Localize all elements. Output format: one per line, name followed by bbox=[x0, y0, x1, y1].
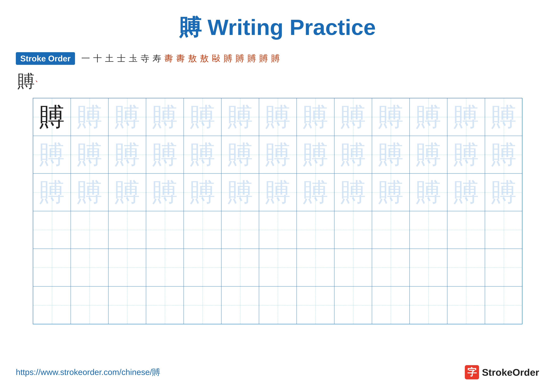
stroke-9: 夀 bbox=[176, 53, 185, 64]
cell-r4-c11[interactable] bbox=[410, 211, 447, 249]
cell-r5-c3[interactable] bbox=[108, 249, 146, 286]
cell-r2-c5[interactable]: 賻 bbox=[184, 136, 221, 173]
cell-r5-c13[interactable] bbox=[485, 249, 523, 286]
cell-r1-c2[interactable]: 賻 bbox=[71, 98, 108, 136]
cell-r2-c7[interactable]: 賻 bbox=[259, 136, 297, 173]
cell-r4-c3[interactable] bbox=[108, 211, 146, 249]
cell-r1-c5[interactable]: 賻 bbox=[184, 98, 221, 136]
cell-r1-c12[interactable]: 賻 bbox=[447, 98, 485, 136]
cell-r3-c3[interactable]: 賻 bbox=[108, 173, 146, 211]
cell-r5-c8[interactable] bbox=[297, 249, 334, 286]
final-char-display: 賻、 bbox=[17, 70, 539, 93]
cell-r6-c13[interactable] bbox=[485, 286, 523, 324]
char-reference: 賻 bbox=[39, 104, 65, 130]
cell-r1-c8[interactable]: 賻 bbox=[297, 98, 334, 136]
cell-r6-c1[interactable] bbox=[33, 286, 71, 324]
footer-logo: 字 StrokeOrder bbox=[465, 365, 539, 379]
cell-r4-c6[interactable] bbox=[221, 211, 259, 249]
cell-r4-c12[interactable] bbox=[447, 211, 485, 249]
cell-r2-c3[interactable]: 賻 bbox=[108, 136, 146, 173]
cell-r1-c6[interactable]: 賻 bbox=[221, 98, 259, 136]
cell-r6-c2[interactable] bbox=[71, 286, 108, 324]
footer: https://www.strokeorder.com/chinese/賻 字 … bbox=[16, 362, 539, 379]
cell-r1-c9[interactable]: 賻 bbox=[334, 98, 372, 136]
cell-r2-c9[interactable]: 賻 bbox=[334, 136, 372, 173]
cell-r6-c3[interactable] bbox=[108, 286, 146, 324]
cell-r6-c10[interactable] bbox=[372, 286, 410, 324]
cell-r1-c10[interactable]: 賻 bbox=[372, 98, 410, 136]
stroke-8: 夀 bbox=[164, 53, 173, 64]
cell-r1-c11[interactable]: 賻 bbox=[410, 98, 447, 136]
cell-r6-c6[interactable] bbox=[221, 286, 259, 324]
cell-r3-c12[interactable]: 賻 bbox=[447, 173, 485, 211]
cell-r3-c4[interactable]: 賻 bbox=[146, 173, 184, 211]
stroke-12: 敺 bbox=[212, 53, 220, 64]
cell-r4-c2[interactable] bbox=[71, 211, 108, 249]
stroke-3: 土 bbox=[105, 53, 114, 64]
stroke-6: 寺 bbox=[141, 53, 149, 64]
practice-grid[interactable]: 賻 賻 賻 賻 賻 賻 賻 賻 賻 賻 賻 賻 賻 賻 賻 賻 賻 賻 賻 賻 … bbox=[33, 98, 522, 324]
cell-r3-c2[interactable]: 賻 bbox=[71, 173, 108, 211]
cell-r3-c6[interactable]: 賻 bbox=[221, 173, 259, 211]
cell-r6-c5[interactable] bbox=[184, 286, 221, 324]
cell-r3-c1[interactable]: 賻 bbox=[33, 173, 71, 211]
stroke-10: 敖 bbox=[188, 53, 197, 64]
cell-r6-c4[interactable] bbox=[146, 286, 184, 324]
cell-r5-c5[interactable] bbox=[184, 249, 221, 286]
cell-r4-c10[interactable] bbox=[372, 211, 410, 249]
cell-r3-c10[interactable]: 賻 bbox=[372, 173, 410, 211]
cell-r5-c11[interactable] bbox=[410, 249, 447, 286]
cell-r5-c9[interactable] bbox=[334, 249, 372, 286]
cell-r5-c10[interactable] bbox=[372, 249, 410, 286]
cell-r5-c4[interactable] bbox=[146, 249, 184, 286]
cell-r5-c7[interactable] bbox=[259, 249, 297, 286]
cell-r1-c7[interactable]: 賻 bbox=[259, 98, 297, 136]
cell-r1-c4[interactable]: 賻 bbox=[146, 98, 184, 136]
stroke-16: 賻 bbox=[259, 53, 268, 64]
cell-r1-c13[interactable]: 賻 bbox=[485, 98, 523, 136]
cell-r4-c8[interactable] bbox=[297, 211, 334, 249]
cell-r3-c5[interactable]: 賻 bbox=[184, 173, 221, 211]
stroke-sequence: 一 十 土 士 圡 寺 寿 夀 夀 敖 敖 敺 賻 賻 賻 賻 賻 bbox=[81, 53, 280, 64]
cell-r2-c11[interactable]: 賻 bbox=[410, 136, 447, 173]
cell-r2-c2[interactable]: 賻 bbox=[71, 136, 108, 173]
cell-r6-c8[interactable] bbox=[297, 286, 334, 324]
cell-r4-c7[interactable] bbox=[259, 211, 297, 249]
footer-url[interactable]: https://www.strokeorder.com/chinese/賻 bbox=[16, 367, 160, 378]
stroke-13: 賻 bbox=[224, 53, 232, 64]
cell-r4-c1[interactable] bbox=[33, 211, 71, 249]
cell-r5-c2[interactable] bbox=[71, 249, 108, 286]
stroke-11: 敖 bbox=[200, 53, 209, 64]
cell-r6-c7[interactable] bbox=[259, 286, 297, 324]
cell-r4-c9[interactable] bbox=[334, 211, 372, 249]
cell-r3-c9[interactable]: 賻 bbox=[334, 173, 372, 211]
cell-r3-c7[interactable]: 賻 bbox=[259, 173, 297, 211]
cell-r6-c11[interactable] bbox=[410, 286, 447, 324]
cell-r6-c12[interactable] bbox=[447, 286, 485, 324]
cell-r2-c10[interactable]: 賻 bbox=[372, 136, 410, 173]
cell-r4-c13[interactable] bbox=[485, 211, 523, 249]
cell-r5-c1[interactable] bbox=[33, 249, 71, 286]
stroke-1: 一 bbox=[81, 53, 90, 64]
cell-r2-c6[interactable]: 賻 bbox=[221, 136, 259, 173]
cell-r6-c9[interactable] bbox=[334, 286, 372, 324]
cell-r4-c4[interactable] bbox=[146, 211, 184, 249]
cell-r3-c11[interactable]: 賻 bbox=[410, 173, 447, 211]
cell-r5-c6[interactable] bbox=[221, 249, 259, 286]
cell-r2-c8[interactable]: 賻 bbox=[297, 136, 334, 173]
cell-r3-c8[interactable]: 賻 bbox=[297, 173, 334, 211]
cell-r2-c12[interactable]: 賻 bbox=[447, 136, 485, 173]
cell-r4-c5[interactable] bbox=[184, 211, 221, 249]
cell-r1-c3[interactable]: 賻 bbox=[108, 98, 146, 136]
stroke-order-badge: Stroke Order bbox=[16, 52, 75, 65]
cell-r5-c12[interactable] bbox=[447, 249, 485, 286]
cell-r2-c1[interactable]: 賻 bbox=[33, 136, 71, 173]
logo-icon: 字 bbox=[465, 365, 479, 379]
title-text: Writing Practice bbox=[201, 15, 376, 40]
cell-r3-c13[interactable]: 賻 bbox=[485, 173, 523, 211]
stroke-17: 賻 bbox=[271, 53, 280, 64]
cell-r2-c13[interactable]: 賻 bbox=[485, 136, 523, 173]
cell-r1-c1[interactable]: 賻 bbox=[33, 98, 71, 136]
cell-r2-c4[interactable]: 賻 bbox=[146, 136, 184, 173]
stroke-order-section: Stroke Order 一 十 土 士 圡 寺 寿 夀 夀 敖 敖 敺 賻 賻… bbox=[16, 52, 539, 65]
